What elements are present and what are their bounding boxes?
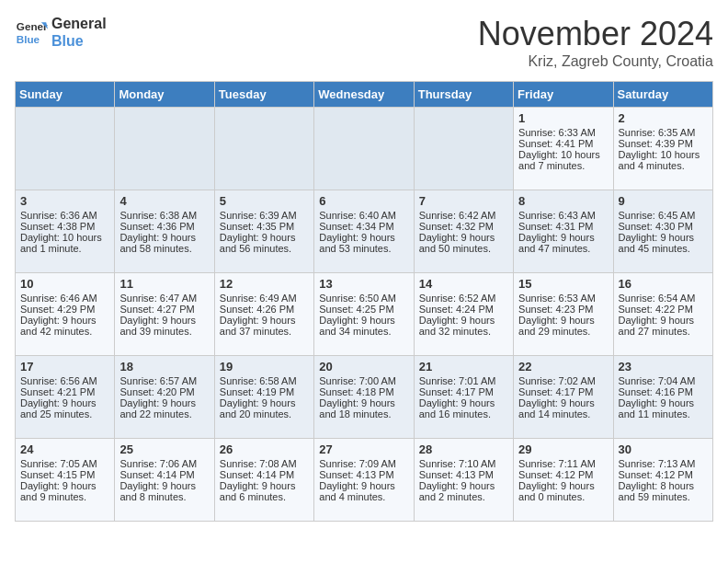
day-info: Daylight: 9 hours and 58 minutes. xyxy=(119,232,209,254)
day-number: 9 xyxy=(619,194,708,208)
calendar-cell: 5Sunrise: 6:39 AMSunset: 4:35 PMDaylight… xyxy=(214,190,313,273)
calendar-cell: 24Sunrise: 7:05 AMSunset: 4:15 PMDayligh… xyxy=(16,439,115,522)
day-number: 28 xyxy=(419,442,508,456)
day-info: Sunset: 4:13 PM xyxy=(319,469,408,480)
calendar-cell: 28Sunrise: 7:10 AMSunset: 4:13 PMDayligh… xyxy=(414,439,513,522)
day-info: Sunrise: 6:40 AM xyxy=(319,210,408,221)
day-info: Daylight: 9 hours and 0 minutes. xyxy=(518,480,608,502)
calendar-body: 1Sunrise: 6:33 AMSunset: 4:41 PMDaylight… xyxy=(16,108,713,522)
day-number: 22 xyxy=(518,360,608,373)
day-number: 21 xyxy=(419,360,508,373)
day-number: 10 xyxy=(20,277,109,291)
day-number: 15 xyxy=(518,277,608,291)
day-info: Daylight: 9 hours and 8 minutes. xyxy=(119,480,209,502)
day-info: Sunset: 4:38 PM xyxy=(20,221,109,232)
day-info: Daylight: 10 hours and 7 minutes. xyxy=(518,149,608,171)
day-info: Sunrise: 6:56 AM xyxy=(20,375,109,386)
calendar-cell: 20Sunrise: 7:00 AMSunset: 4:18 PMDayligh… xyxy=(314,356,414,439)
day-info: Sunrise: 6:39 AM xyxy=(220,210,309,221)
day-info: Sunset: 4:34 PM xyxy=(319,221,408,232)
day-number: 30 xyxy=(619,442,708,456)
calendar-cell: 2Sunrise: 6:35 AMSunset: 4:39 PMDaylight… xyxy=(613,108,712,190)
day-info: Sunrise: 7:09 AM xyxy=(319,458,408,469)
calendar-cell: 9Sunrise: 6:45 AMSunset: 4:30 PMDaylight… xyxy=(613,190,712,273)
day-info: Sunrise: 7:05 AM xyxy=(20,458,109,469)
calendar-cell: 6Sunrise: 6:40 AMSunset: 4:34 PMDaylight… xyxy=(314,190,414,273)
calendar-cell: 1Sunrise: 6:33 AMSunset: 4:41 PMDaylight… xyxy=(514,108,613,190)
day-info: Sunset: 4:26 PM xyxy=(220,304,309,315)
header-sunday: Sunday xyxy=(16,82,115,108)
calendar-cell: 12Sunrise: 6:49 AMSunset: 4:26 PMDayligh… xyxy=(214,273,313,356)
day-info: Daylight: 9 hours and 25 minutes. xyxy=(20,397,109,419)
calendar-cell xyxy=(115,108,214,190)
day-number: 13 xyxy=(319,277,408,291)
calendar-cell: 22Sunrise: 7:02 AMSunset: 4:17 PMDayligh… xyxy=(514,356,613,439)
day-number: 26 xyxy=(220,442,309,456)
calendar-cell xyxy=(16,108,115,190)
calendar-week-1: 3Sunrise: 6:36 AMSunset: 4:38 PMDaylight… xyxy=(16,190,713,273)
header-thursday: Thursday xyxy=(414,82,513,108)
calendar-cell: 18Sunrise: 6:57 AMSunset: 4:20 PMDayligh… xyxy=(115,356,214,439)
header-monday: Monday xyxy=(115,82,214,108)
day-info: Daylight: 8 hours and 59 minutes. xyxy=(619,480,708,502)
month-title: November 2024 xyxy=(478,15,713,53)
calendar-cell xyxy=(414,108,513,190)
day-info: Daylight: 9 hours and 16 minutes. xyxy=(419,397,508,419)
day-info: Sunset: 4:36 PM xyxy=(119,221,209,232)
day-info: Sunset: 4:31 PM xyxy=(518,221,608,232)
day-info: Daylight: 9 hours and 27 minutes. xyxy=(619,315,708,337)
day-info: Sunrise: 7:13 AM xyxy=(619,458,708,469)
calendar-week-2: 10Sunrise: 6:46 AMSunset: 4:29 PMDayligh… xyxy=(16,273,713,356)
header-wednesday: Wednesday xyxy=(314,82,414,108)
day-info: Sunset: 4:14 PM xyxy=(220,469,309,480)
day-info: Daylight: 9 hours and 4 minutes. xyxy=(319,480,408,502)
day-info: Sunrise: 6:52 AM xyxy=(419,293,508,304)
calendar-week-3: 17Sunrise: 6:56 AMSunset: 4:21 PMDayligh… xyxy=(16,356,713,439)
day-number: 12 xyxy=(220,277,309,291)
day-number: 19 xyxy=(220,360,309,373)
day-info: Sunrise: 7:11 AM xyxy=(518,458,608,469)
day-info: Daylight: 9 hours and 53 minutes. xyxy=(319,232,408,254)
calendar-week-4: 24Sunrise: 7:05 AMSunset: 4:15 PMDayligh… xyxy=(16,439,713,522)
calendar-cell: 23Sunrise: 7:04 AMSunset: 4:16 PMDayligh… xyxy=(613,356,712,439)
day-info: Sunrise: 6:49 AM xyxy=(220,293,309,304)
day-number: 2 xyxy=(619,111,708,125)
header: General Blue General Blue November 2024 … xyxy=(15,15,713,70)
day-info: Daylight: 9 hours and 50 minutes. xyxy=(419,232,508,254)
calendar-cell: 8Sunrise: 6:43 AMSunset: 4:31 PMDaylight… xyxy=(514,190,613,273)
day-info: Daylight: 9 hours and 45 minutes. xyxy=(619,232,708,254)
day-info: Sunset: 4:21 PM xyxy=(20,386,109,397)
day-info: Daylight: 9 hours and 18 minutes. xyxy=(319,397,408,419)
calendar-cell: 3Sunrise: 6:36 AMSunset: 4:38 PMDaylight… xyxy=(16,190,115,273)
calendar-cell: 21Sunrise: 7:01 AMSunset: 4:17 PMDayligh… xyxy=(414,356,513,439)
day-info: Sunset: 4:12 PM xyxy=(619,469,708,480)
day-number: 18 xyxy=(119,360,209,373)
day-info: Sunrise: 6:57 AM xyxy=(119,375,209,386)
day-info: Sunset: 4:25 PM xyxy=(319,304,408,315)
day-number: 24 xyxy=(20,442,109,456)
calendar-cell: 17Sunrise: 6:56 AMSunset: 4:21 PMDayligh… xyxy=(16,356,115,439)
day-info: Sunset: 4:35 PM xyxy=(220,221,309,232)
day-info: Sunset: 4:41 PM xyxy=(518,138,608,149)
day-info: Sunset: 4:23 PM xyxy=(518,304,608,315)
day-info: Sunset: 4:29 PM xyxy=(20,304,109,315)
day-info: Sunset: 4:19 PM xyxy=(220,386,309,397)
day-info: Daylight: 9 hours and 42 minutes. xyxy=(20,315,109,337)
day-number: 27 xyxy=(319,442,408,456)
day-info: Sunset: 4:39 PM xyxy=(619,138,708,149)
day-number: 8 xyxy=(518,194,608,208)
day-info: Sunset: 4:16 PM xyxy=(619,386,708,397)
day-info: Sunrise: 7:08 AM xyxy=(220,458,309,469)
day-info: Daylight: 9 hours and 32 minutes. xyxy=(419,315,508,337)
day-info: Sunset: 4:32 PM xyxy=(419,221,508,232)
day-info: Sunrise: 7:10 AM xyxy=(419,458,508,469)
svg-text:General: General xyxy=(17,20,48,32)
calendar-cell: 16Sunrise: 6:54 AMSunset: 4:22 PMDayligh… xyxy=(613,273,712,356)
day-info: Daylight: 9 hours and 9 minutes. xyxy=(20,480,109,502)
day-info: Sunrise: 6:46 AM xyxy=(20,293,109,304)
day-number: 14 xyxy=(419,277,508,291)
day-number: 7 xyxy=(419,194,508,208)
day-info: Sunset: 4:14 PM xyxy=(119,469,209,480)
calendar-cell xyxy=(314,108,414,190)
day-info: Sunset: 4:12 PM xyxy=(518,469,608,480)
